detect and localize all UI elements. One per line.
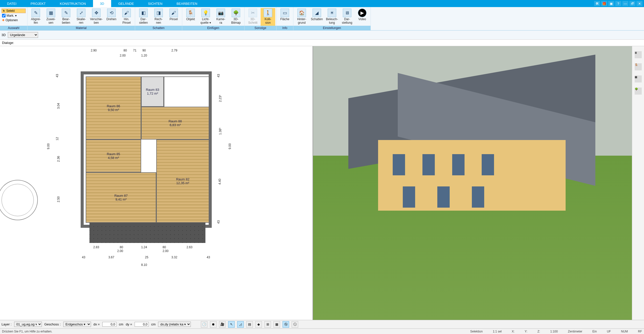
tab-datei[interactable]: DATEI [0,0,23,7]
video-tool-icon[interactable]: 🎥 [219,321,226,328]
tab-bearbeiten[interactable]: BEARBEITEN [169,0,204,7]
video-button[interactable]: ▶Video [355,8,370,26]
group-auswahl: Auswahl [0,26,27,30]
cube-icon: ◧ [139,9,148,17]
dx-label: dx = [94,322,100,326]
hintergrund-button[interactable]: 🏠Hinter-grund [294,8,309,26]
move-icon: ✥ [92,9,101,17]
tab-projekt[interactable]: PROJEKT [23,0,53,7]
terrain-select[interactable]: Urgelände [8,32,38,38]
restore-icon[interactable]: 🗗 [629,1,635,6]
schatten-einst-button[interactable]: ◢Schatten [310,8,324,26]
tools-icon[interactable]: 🛠 [594,1,600,6]
record-icon[interactable]: ⏺ [210,321,217,328]
hinpinsel-button[interactable]: 🖌Hin.Pinsel [119,8,134,26]
help-icon[interactable]: ? [615,1,621,6]
camera-icon: 📷 [217,9,225,17]
window-icon[interactable]: ▣ [608,1,614,6]
beleuchtung-button[interactable]: ☀Beleuch-tung [325,8,339,26]
edit-icon: ✎ [62,9,70,17]
info-tool-icon[interactable]: ⓘ [292,321,298,328]
uf-label: UF [607,330,611,333]
3dbitmap-button[interactable]: 🌳3D-Bitmap [229,8,243,26]
bearbeiten-button[interactable]: ✎Bear-beiten [59,8,73,26]
objekt-button[interactable]: 🪑Objekt [183,8,198,26]
coord-mode-select[interactable]: dx,dy (relativ ka ▾ [158,322,191,327]
north-icon[interactable]: Ⓝ [283,321,289,328]
mark-button[interactable]: Mark.▾ [2,14,26,18]
dy-input[interactable] [135,322,149,327]
close-icon[interactable]: ✕ [636,1,642,6]
dim: 2.36 [57,156,60,162]
drehen-button[interactable]: ⟲Drehen [104,8,119,26]
3d-view[interactable]: ≣ 🪑 ▦ 🌳 [313,46,644,320]
bulb-icon: 💡 [201,9,210,17]
kollision-button[interactable]: 🚶Kolli-sion [261,8,275,26]
zuweisen-button[interactable]: ▦Zuwei-sen [44,8,58,26]
dim: 43 [207,256,210,259]
status-bar: Drücken Sie F1, um Hilfe zu erhalten. Se… [0,328,644,334]
tab-3d[interactable]: 3D [93,0,111,7]
grid-icon[interactable]: ▦ [273,321,280,328]
layer-icon[interactable]: ▤ [246,321,253,328]
dim: 80 [163,245,166,249]
plan-view[interactable]: 2.90 80 71 90 2.79 2.00 1.20 Raum 869,50… [0,46,313,320]
flaeche-button[interactable]: ▭Fläche [278,8,292,26]
shadow-icon: ◢ [313,9,321,17]
tab-gelaende[interactable]: GELÄNDE [111,0,141,7]
x-label: X: [512,330,514,333]
snap-tool-icon[interactable]: ◿ [237,321,244,328]
room-87[interactable]: Raum 879,41 m² [86,172,156,223]
darstellung-button[interactable]: 🖥Dar-stellung [340,8,354,26]
skalieren-button[interactable]: ⤢Skalie-ren [74,8,88,26]
stack-icon[interactable]: ◆ [255,321,262,328]
room-82[interactable]: Raum 8212,35 m² [156,140,209,223]
mode-label: 3D [2,33,6,37]
darstellen-button[interactable]: ◧Dar-stellen [136,8,151,26]
optionen-button[interactable]: ✚Optionen [2,18,26,22]
materials-icon[interactable]: ▦ [635,75,642,82]
group-einstellungen: Einstellungen [293,26,371,30]
clock-icon[interactable]: 🕒 [201,321,207,328]
abgreifen-button[interactable]: ✎Abgrei-fen [28,8,43,26]
tab-sichten[interactable]: SICHTEN [141,0,169,7]
3dschnitt-button[interactable]: ✂3D-Schnitt [246,8,260,26]
pinsel-button[interactable]: 🖌Pinsel [166,8,181,26]
room-88[interactable]: Raum 886,83 m² [141,107,209,140]
room-86[interactable]: Raum 869,50 m² [86,76,141,140]
kamera-button[interactable]: 📷Kame-ra [213,8,228,26]
geschoss-select[interactable]: Erdgeschos ▾ [63,322,91,327]
paint-icon: 🖌 [169,9,178,17]
dim: 2.83 [93,245,99,249]
compass-icon [0,180,38,220]
dim: 3.67 [108,256,114,259]
mark-checkbox[interactable] [2,14,6,17]
ein-label: Ein [592,330,597,333]
verschieben-button[interactable]: ✥Verschie-ben [89,8,104,26]
furniture-icon[interactable]: 🪑 [635,63,642,70]
dialoge-bar: Dialoge: [0,40,644,46]
selekt-button[interactable]: 🖱Selekt [2,9,26,13]
room-85[interactable]: Raum 854,58 m² [86,140,141,172]
dx-input[interactable] [102,322,116,327]
group-einfuegen: Einfügen [182,26,244,30]
lighting-icon: ☀ [328,9,336,17]
calc-icon: ◨ [154,9,163,17]
gift-icon[interactable]: 🎁 [601,1,607,6]
minimize-icon[interactable]: — [622,1,628,6]
tab-konstruktion[interactable]: KONSTRUKTION [53,0,93,7]
dim-tool-icon[interactable]: ⊞ [264,321,271,328]
dim: 8.10 [141,263,147,267]
rechnen-button[interactable]: ◨Rech-nen [151,8,166,26]
menu-bar: DATEI PROJEKT KONSTRUKTION 3D GELÄNDE SI… [0,0,644,7]
room-83[interactable]: Raum 831,72 m² [141,76,164,107]
layers-icon[interactable]: ≣ [635,51,642,58]
rf-label: RF [638,330,642,333]
dim: 25 [145,256,148,259]
dim: 71 [133,49,136,52]
cursor-tool-icon[interactable]: ↖ [228,321,235,328]
plants-icon[interactable]: 🌳 [635,88,642,95]
layer-select[interactable]: 01_ug,eg,og ▾ [14,322,42,327]
dim: 2.63 [187,245,192,249]
lichtquelle-button[interactable]: 💡Licht-quelle ▾ [198,8,213,26]
